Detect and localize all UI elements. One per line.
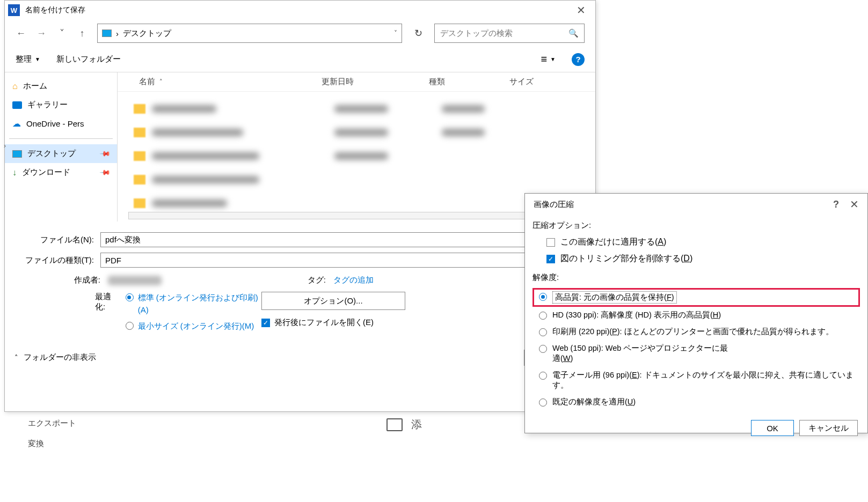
compress-options-heading: 圧縮オプション:	[525, 215, 867, 234]
cloud-icon: ☁	[12, 119, 21, 129]
radio-icon	[539, 345, 547, 353]
new-folder-button[interactable]: 新しいフォルダー	[56, 54, 121, 64]
radio-icon	[539, 328, 547, 336]
filename-input[interactable]	[100, 232, 586, 247]
resolution-heading: 解像度:	[525, 267, 867, 286]
sidebar-onedrive[interactable]: ☁OneDrive - Pers	[5, 114, 117, 133]
search-icon: 🔍	[568, 28, 579, 38]
radio-icon	[539, 372, 547, 380]
breadcrumb[interactable]: › デスクトップ ˅	[97, 24, 402, 43]
optimize-standard-radio[interactable]: 標準 (オンライン発行および印刷)(A)	[126, 292, 261, 316]
gallery-icon	[12, 101, 22, 109]
chevron-down-icon[interactable]: ˅	[394, 29, 397, 37]
radio-icon	[539, 398, 547, 407]
col-date[interactable]: 更新日時	[322, 77, 429, 87]
saveas-titlebar: W 名前を付けて保存 ✕	[5, 1, 595, 20]
sidebar-home[interactable]: ⌂ホーム	[5, 77, 117, 95]
expand-arrow-icon[interactable]: ›	[4, 142, 6, 150]
col-size[interactable]: サイズ	[509, 77, 552, 87]
compress-titlebar: 画像の圧縮 ? ✕	[525, 194, 867, 215]
radio-checked-icon	[539, 293, 547, 301]
nav-bar: ← → ˅ ↑ › デスクトップ ˅ ↻ デスクトップの検索 🔍	[5, 20, 595, 47]
breadcrumb-location: デスクトップ	[123, 28, 171, 39]
res-high-quality-radio[interactable]: 高品質: 元の画像の品質を保持(F)	[533, 288, 860, 307]
sidebar-gallery[interactable]: ギャラリー	[5, 95, 117, 114]
saveas-title: 名前を付けて保存	[25, 5, 85, 15]
bottom-bar: ˄ フォルダーの非表示 ツール(L)▼	[5, 342, 595, 373]
refresh-icon[interactable]: ↻	[412, 27, 425, 39]
checkbox-empty-icon	[546, 238, 555, 247]
close-icon[interactable]: ✕	[850, 198, 859, 211]
monitor-icon	[102, 29, 112, 37]
resolution-radiogroup: 高品質: 元の画像の品質を保持(F) HD (330 ppi): 高解像度 (H…	[525, 286, 867, 412]
sidebar-downloads[interactable]: ↓ダウンロード📌	[5, 163, 117, 182]
checkbox-checked-icon	[261, 319, 270, 327]
optimize-minsize-radio[interactable]: 最小サイズ (オンライン発行)(M)	[126, 320, 261, 333]
radio-checked-icon	[126, 293, 134, 301]
apply-only-checkbox[interactable]: この画像だけに適用する(A)	[525, 234, 867, 250]
author-value-blurred	[108, 276, 162, 285]
main-area: › ⌂ホーム ギャラリー ☁OneDrive - Pers デスクトップ📌 ↓ダ…	[5, 72, 595, 222]
home-icon: ⌂	[12, 82, 18, 91]
caret-up-icon[interactable]: ˄	[14, 353, 18, 361]
backstage-export[interactable]: エクスポート	[28, 418, 76, 429]
file-list: 名前 ˄ 更新日時 種類 サイズ	[118, 72, 595, 222]
sidebar: › ⌂ホーム ギャラリー ☁OneDrive - Pers デスクトップ📌 ↓ダ…	[5, 72, 118, 222]
download-icon: ↓	[12, 168, 17, 178]
col-name[interactable]: 名前 ˄	[139, 77, 322, 87]
sidebar-desktop[interactable]: デスクトップ📌	[5, 144, 117, 163]
col-type[interactable]: 種類	[429, 77, 509, 87]
filename-form: ファイル名(N): ファイルの種類(T): 作成者: タグ: タグの追加 最適化…	[5, 222, 595, 342]
filename-label: ファイル名(N):	[14, 235, 100, 245]
options-button[interactable]: オプション(O)...	[261, 292, 405, 310]
hide-folders-link[interactable]: フォルダーの非表示	[24, 352, 96, 363]
res-web-radio[interactable]: Web (150 ppi): Web ページやプロジェクターに最適(W)	[533, 340, 860, 367]
save-as-dialog: W 名前を付けて保存 ✕ ← → ˅ ↑ › デスクトップ ˅ ↻ デスクトップ…	[4, 0, 596, 412]
folder-outline-icon	[386, 418, 403, 431]
res-default-radio[interactable]: 既定の解像度を適用(U)	[533, 394, 860, 410]
optimize-label: 最適化:	[95, 292, 120, 337]
pin-icon[interactable]: 📌	[99, 167, 111, 179]
help-icon[interactable]: ?	[833, 199, 839, 210]
organize-button[interactable]: 整理▼	[16, 54, 40, 64]
dialog-buttons: OK キャンセル	[525, 412, 867, 444]
sort-indicator-icon: ˄	[159, 78, 163, 85]
cancel-button[interactable]: キャンセル	[799, 420, 858, 436]
desktop-icon	[12, 150, 22, 158]
toolbar: 整理▼ 新しいフォルダー ≡ ▼ ?	[5, 47, 595, 72]
author-label: 作成者:	[57, 275, 106, 285]
nav-up-icon[interactable]: ↑	[77, 28, 87, 39]
radio-icon	[126, 322, 134, 330]
nav-back-icon[interactable]: ←	[16, 28, 26, 39]
res-hd-radio[interactable]: HD (330 ppi): 高解像度 (HD) 表示用の高品質(H)	[533, 307, 860, 323]
res-print-radio[interactable]: 印刷用 (220 ppi)(P): ほとんどのプリンターと画面で優れた品質が得ら…	[533, 323, 860, 340]
radio-icon	[539, 312, 547, 320]
nav-recent-icon[interactable]: ˅	[56, 27, 67, 39]
compress-pictures-dialog: 画像の圧縮 ? ✕ 圧縮オプション: この画像だけに適用する(A) 図のトリミン…	[524, 193, 868, 433]
view-mode-button[interactable]: ≡ ▼	[541, 53, 556, 65]
search-placeholder: デスクトップの検索	[440, 28, 513, 39]
delete-crop-checkbox[interactable]: 図のトリミング部分を削除する(D)	[525, 250, 867, 267]
nav-forward-icon[interactable]: →	[36, 28, 47, 39]
breadcrumb-sep: ›	[116, 29, 119, 38]
file-list-header: 名前 ˄ 更新日時 種類 サイズ	[118, 72, 595, 92]
backstage-convert[interactable]: 変換	[28, 439, 44, 449]
horizontal-scrollbar[interactable]	[128, 212, 589, 219]
add-tag-link[interactable]: タグの追加	[333, 275, 374, 284]
pin-icon[interactable]: 📌	[99, 148, 111, 160]
filetype-label: ファイルの種類(T):	[14, 255, 100, 265]
tag-label: タグ:	[304, 275, 331, 285]
sidebar-separator	[9, 138, 113, 139]
close-icon[interactable]: ✕	[570, 2, 592, 18]
filetype-select[interactable]	[100, 253, 586, 268]
word-app-icon: W	[8, 4, 20, 16]
attachment-peek: 添	[386, 417, 422, 432]
checkbox-checked-icon	[546, 255, 555, 263]
res-email-radio[interactable]: 電子メール用 (96 ppi)(E): ドキュメントのサイズを最小限に抑え、共有…	[533, 367, 860, 394]
help-icon[interactable]: ?	[572, 53, 585, 66]
ok-button[interactable]: OK	[751, 420, 794, 436]
search-input[interactable]: デスクトップの検索 🔍	[434, 24, 585, 43]
file-rows-blurred	[118, 92, 595, 220]
compress-title: 画像の圧縮	[534, 200, 574, 210]
